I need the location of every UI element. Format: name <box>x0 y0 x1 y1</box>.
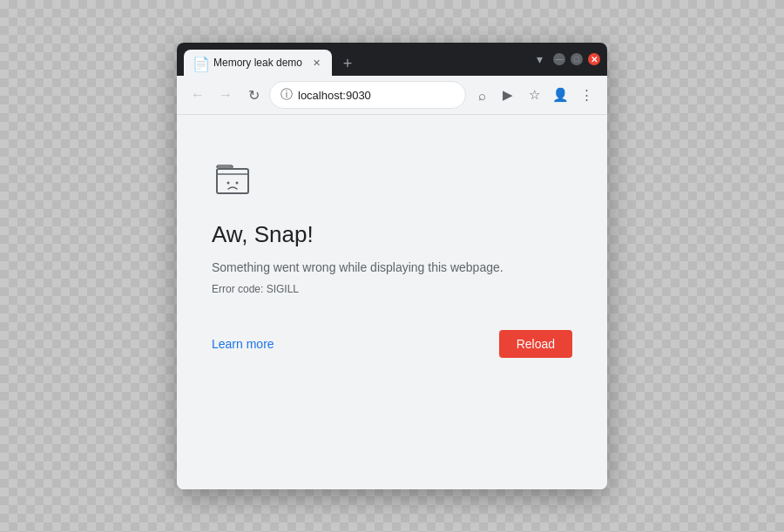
error-icon <box>212 158 253 200</box>
close-button[interactable]: ✕ <box>588 53 600 65</box>
title-bar-controls: ▾ — □ ✕ <box>531 51 600 68</box>
maximize-button[interactable]: □ <box>571 53 583 65</box>
new-tab-button[interactable]: + <box>335 51 360 76</box>
error-actions: Learn more Reload <box>212 330 572 358</box>
back-icon: ← <box>191 87 205 103</box>
browser-window: 📄 Memory leak demo ✕ + ▾ — □ ✕ ← → ↻ ⓘ l… <box>177 43 607 489</box>
reload-button[interactable]: Reload <box>499 330 572 358</box>
tab-favicon-icon: 📄 <box>193 56 206 70</box>
learn-more-link[interactable]: Learn more <box>212 337 274 351</box>
svg-point-1 <box>227 182 230 185</box>
menu-icon[interactable]: ⋮ <box>574 83 598 107</box>
error-description: Something went wrong while displaying th… <box>212 260 572 274</box>
info-icon: ⓘ <box>280 87 293 103</box>
bookmark-icon[interactable]: ☆ <box>522 83 546 107</box>
tab-close-button[interactable]: ✕ <box>309 56 323 70</box>
back-button[interactable]: ← <box>186 83 210 107</box>
forward-icon: → <box>219 87 233 103</box>
refresh-icon: ↻ <box>248 87 260 104</box>
toolbar: ← → ↻ ⓘ localhost:9030 ⌕ ▶ ☆ 👤 <box>177 76 607 115</box>
error-title: Aw, Snap! <box>212 221 572 248</box>
toolbar-actions: ⌕ ▶ ☆ 👤 ⋮ <box>470 83 598 107</box>
minimize-button[interactable]: — <box>553 53 565 65</box>
search-icon[interactable]: ⌕ <box>470 83 494 107</box>
title-bar: 📄 Memory leak demo ✕ + ▾ — □ ✕ <box>177 43 607 76</box>
chrome-dropdown-icon[interactable]: ▾ <box>531 51 548 68</box>
tab-title: Memory leak demo <box>213 57 302 69</box>
error-code: Error code: SIGILL <box>212 283 572 295</box>
profile-icon[interactable]: 👤 <box>548 83 572 107</box>
svg-rect-0 <box>217 169 248 193</box>
tabs-area: 📄 Memory leak demo ✕ + <box>184 43 524 76</box>
active-tab[interactable]: 📄 Memory leak demo ✕ <box>184 50 332 76</box>
forward-button[interactable]: → <box>213 83 238 107</box>
refresh-button[interactable]: ↻ <box>241 83 266 107</box>
cast-icon[interactable]: ▶ <box>496 83 520 107</box>
svg-point-2 <box>236 182 239 185</box>
address-text: localhost:9030 <box>298 89 455 102</box>
page-content: Aw, Snap! Something went wrong while dis… <box>177 115 607 489</box>
address-bar[interactable]: ⓘ localhost:9030 <box>269 81 466 109</box>
